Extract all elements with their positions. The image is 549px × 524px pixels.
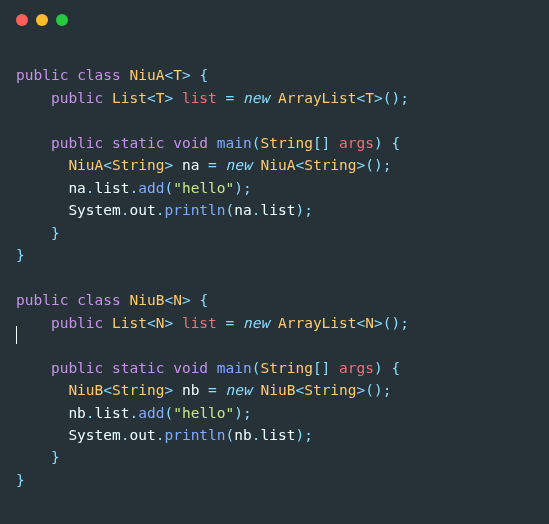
code-line: NiuB<String> nb = new NiuB<String>(); (16, 382, 392, 398)
minimize-icon[interactable] (36, 14, 48, 26)
code-line: } (16, 472, 25, 488)
code-line: nb.list.add("hello"); (16, 405, 252, 421)
code-line: public static void main(String[] args) { (16, 360, 400, 376)
text-cursor (16, 326, 17, 344)
code-line: System.out.println(nb.list); (16, 427, 313, 443)
window-controls (0, 0, 549, 36)
close-icon[interactable] (16, 14, 28, 26)
code-line: public static void main(String[] args) { (16, 135, 400, 151)
code-line: System.out.println(na.list); (16, 202, 313, 218)
code-line: public List<T> list = new ArrayList<T>()… (16, 90, 409, 106)
code-line: public List<N> list = new ArrayList<N>()… (16, 315, 409, 331)
code-line: } (16, 225, 60, 241)
code-editor[interactable]: public class NiuA<T> { public List<T> li… (0, 36, 549, 497)
code-line: public class NiuA<T> { (16, 67, 208, 83)
code-line: } (16, 247, 25, 263)
code-line: na.list.add("hello"); (16, 180, 252, 196)
code-line: NiuA<String> na = new NiuA<String>(); (16, 157, 392, 173)
code-line: } (16, 449, 60, 465)
code-line: public class NiuB<N> { (16, 292, 208, 308)
maximize-icon[interactable] (56, 14, 68, 26)
